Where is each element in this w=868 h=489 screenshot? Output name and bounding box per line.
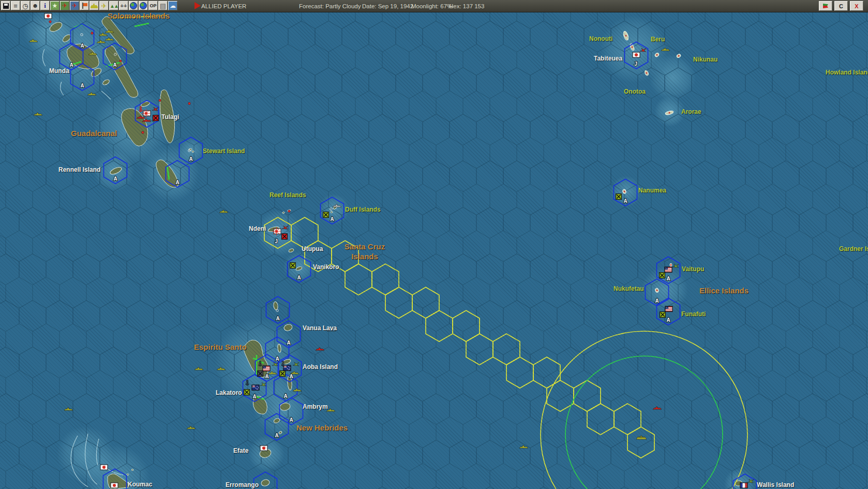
intel-button[interactable]: ☻	[31, 1, 40, 10]
base-letter: A	[655, 298, 659, 304]
town-dot	[288, 210, 290, 212]
toolbar: ALLIED PLAYER Forecast: Partly Cloudy Da…	[0, 0, 868, 12]
town-dot	[142, 131, 144, 134]
operations-button[interactable]: OP	[148, 1, 158, 10]
japan-flag-unit[interactable]	[100, 465, 108, 470]
us-flag-unit[interactable]	[665, 306, 672, 312]
atoll-dot	[678, 55, 680, 57]
base-letter: A	[252, 394, 256, 399]
base-letter: A	[297, 275, 301, 280]
allied-resource-icon[interactable]	[258, 371, 263, 377]
zoom-map-button-icon	[140, 2, 147, 9]
c-button[interactable]: C	[834, 1, 848, 11]
allied-supply-icon[interactable]	[290, 263, 296, 269]
flag-toggle-button[interactable]	[819, 1, 832, 11]
base-letter: A	[113, 62, 116, 68]
time-button[interactable]: ◷	[21, 1, 30, 10]
base-letter: A	[287, 340, 290, 346]
japan-supply-icon[interactable]	[153, 115, 159, 121]
base-letter: A	[80, 83, 84, 88]
island	[282, 212, 285, 214]
world-map-button[interactable]	[129, 1, 138, 10]
base-letter: A	[330, 216, 334, 222]
air-transfer-button-icon: ✈	[72, 2, 77, 9]
moonlight-label: Moonlight: 67%	[411, 0, 452, 12]
base-letter: A	[69, 62, 73, 68]
japan-supply-icon[interactable]	[282, 234, 288, 240]
town-dot	[49, 21, 51, 23]
atoll-dot	[669, 112, 670, 114]
japan-flag-unit[interactable]	[260, 446, 267, 451]
atoll-dot	[656, 290, 658, 291]
time-button-icon: ◷	[22, 2, 28, 10]
objectives-button-icon: ★	[52, 2, 58, 9]
france-flag-unit[interactable]	[740, 483, 747, 488]
save-button[interactable]	[1, 1, 10, 10]
list-button-icon: ▤	[160, 2, 166, 10]
base-letter: A	[175, 180, 179, 185]
japan-flag-unit[interactable]	[111, 483, 118, 488]
zoom-map-button[interactable]	[139, 1, 148, 10]
atoll-dot	[624, 191, 625, 192]
flag-marker-button[interactable]	[80, 1, 89, 10]
weather-button[interactable]: ☁	[168, 1, 177, 10]
allied-supply-icon[interactable]	[660, 273, 665, 278]
map-canvas[interactable]: AAAAAAAAAAAAAAAAAAAAAAJJ	[0, 0, 868, 489]
japan-flag-unit[interactable]	[44, 13, 52, 19]
date-label: Date: Sep 19, 1942	[362, 0, 413, 12]
air-transfer-button[interactable]: ✈	[70, 1, 79, 10]
allied-supply-icon[interactable]	[244, 390, 250, 395]
allied-supply-icon[interactable]	[616, 194, 622, 200]
allied-supply-icon[interactable]	[323, 212, 329, 218]
window-flag-icon	[823, 4, 828, 8]
base-letter: A	[265, 374, 268, 379]
allied-supply-icon[interactable]	[660, 312, 666, 318]
objectives-button[interactable]: ★	[50, 1, 59, 10]
naval-button[interactable]	[89, 1, 99, 10]
ground-button-icon: ▲▲	[110, 3, 118, 9]
atoll-dot	[625, 35, 627, 37]
list-button[interactable]: ▤	[158, 1, 168, 10]
base-letter: A	[289, 374, 293, 379]
air-groups-button[interactable]: ✈	[99, 1, 109, 10]
island	[192, 151, 194, 153]
allied-supply-icon[interactable]	[280, 371, 286, 377]
info-button-icon: i	[44, 2, 46, 10]
base-letter: A	[666, 276, 670, 281]
engineer-button-icon: ++	[121, 3, 127, 9]
australia-flag-unit[interactable]	[283, 365, 291, 371]
base-letter: J	[275, 239, 278, 244]
us-flag-unit[interactable]	[665, 267, 672, 272]
japan-flag-unit[interactable]	[633, 52, 640, 57]
town-dot	[91, 32, 93, 34]
base-letter: A	[80, 43, 84, 49]
base-letter: A	[275, 433, 278, 438]
atoll-dot	[656, 54, 658, 56]
engineer-button[interactable]: ++	[119, 1, 128, 10]
flag-marker-button-icon	[82, 3, 87, 9]
base-letter: A	[275, 356, 279, 362]
island	[127, 474, 129, 476]
town-dot	[159, 99, 161, 101]
player-label: ALLIED PLAYER	[201, 0, 246, 12]
base-letter: A	[113, 176, 117, 182]
town-dot	[188, 102, 190, 105]
base-letter: A	[189, 156, 192, 162]
run-turn-button[interactable]	[194, 2, 201, 9]
air-combat-button-icon: ✈	[62, 2, 67, 9]
island	[331, 212, 333, 213]
info-button[interactable]: i	[40, 1, 50, 10]
atoll-dot	[632, 47, 633, 48]
air-combat-button[interactable]: ✈	[60, 1, 69, 10]
ground-button[interactable]: ▲▲	[109, 1, 118, 10]
close-button[interactable]: X	[850, 1, 863, 11]
island	[131, 469, 133, 471]
australia-flag-unit[interactable]	[252, 385, 259, 390]
base-letter: A	[283, 393, 287, 399]
atoll-dot	[646, 72, 648, 74]
base-letter: A	[289, 417, 293, 423]
reports-button[interactable]: ≡	[11, 1, 20, 10]
us-flag-unit[interactable]	[263, 366, 270, 371]
naval-button-icon	[91, 3, 98, 8]
base-letter: J	[634, 61, 637, 67]
